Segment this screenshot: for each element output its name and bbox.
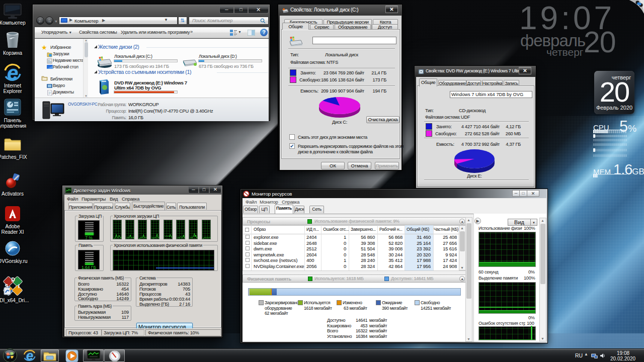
svg-text:D: D — [12, 277, 15, 283]
svg-text:I: I — [18, 284, 20, 289]
